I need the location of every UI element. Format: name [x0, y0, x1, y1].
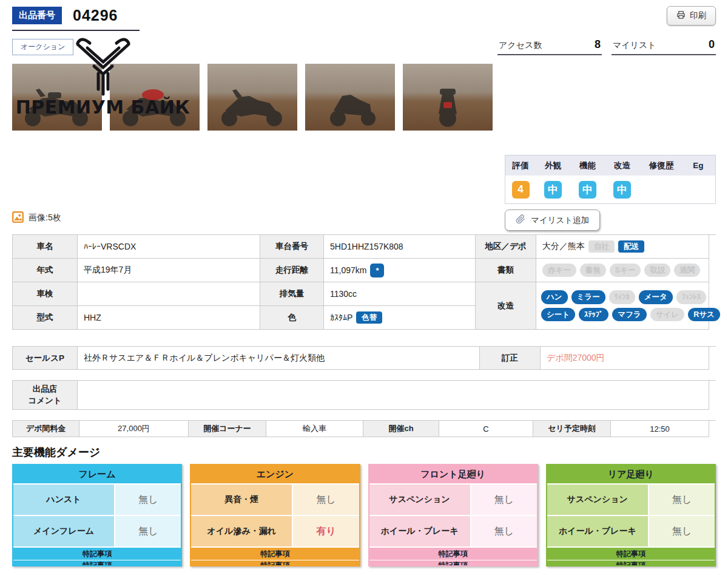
inspection-label: 車検 [13, 282, 78, 306]
access-count-label: アクセス数 [499, 40, 542, 51]
rear-notes-header: 特記事項 [547, 546, 715, 560]
delivery-badge: 配送 [618, 240, 644, 253]
mid-row: 画像:5枚 評価 外観 機能 改造 修復歴 Eg 4 中 中 中 [12, 155, 716, 231]
vehicle-name-value: ﾊｰﾚｰVRSCDX [78, 235, 260, 259]
image-count-label: 画像:5枚 [29, 213, 61, 223]
vehicle-photo-thumbnail[interactable] [110, 64, 200, 131]
rating-header-kaizo: 改造 [605, 160, 639, 171]
mod-meter-badge: メータ [639, 290, 673, 304]
mylist-count-label: マイリスト [613, 40, 656, 51]
damage-row: サスペンション 無し [369, 483, 537, 515]
damage-column-frame: フレーム ハンスト 無し メインフレーム 無し 特記事項 特記事項 [12, 464, 182, 566]
seller-comment-label-line2: コメント [28, 396, 61, 406]
engine-notes-header: 特記事項 [191, 546, 359, 560]
customs-badge: 通関 [674, 264, 700, 277]
frame-notes-header: 特記事項 [13, 546, 181, 560]
region-text: 大分／熊本 [542, 241, 585, 252]
rear-wheel-brake-label: ホイール・ブレーキ [547, 516, 649, 546]
frame-notes-header-clipped: 特記事項 [13, 560, 181, 565]
auction-schedule-table: デポ間料金 27,000円 開催コーナー 輸入車 開催ch C セリ予定時刻 1… [12, 420, 716, 437]
handle-stop-value: 無し [115, 485, 181, 515]
rear-suspension-value: 無し [649, 485, 715, 515]
corner-label: 開催コーナー [189, 421, 266, 437]
rating-panel: 評価 外観 機能 改造 修復歴 Eg 4 中 中 中 [505, 155, 716, 231]
auction-time-value: 12:50 [611, 421, 709, 437]
rating-header-kino: 機能 [570, 160, 605, 171]
depot-fee-value: 27,000円 [79, 421, 189, 437]
correction-label: 訂正 [480, 347, 541, 370]
depot-fee-label: デポ間料金 [13, 421, 79, 437]
damage-row: ホイール・ブレーキ 無し [369, 515, 537, 546]
mylist-add-label: マイリスト追加 [531, 215, 589, 226]
access-count-stat: アクセス数 8 [497, 38, 602, 55]
auction-type-tag[interactable]: オークション [12, 39, 73, 55]
lot-number-badge: 出品番号 [12, 7, 62, 24]
lot-number-value: 04296 [73, 7, 118, 24]
noise-smoke-value: 無し [293, 485, 359, 515]
mod-silencer-badge: サイレ [650, 308, 684, 322]
color-value: ｶｽﾀﾑP 色替 [324, 306, 476, 330]
rear-notes-header-clipped: 特記事項 [547, 560, 715, 565]
top-bar: 出品番号 04296 印刷 [12, 6, 716, 31]
rating-table-values: 4 中 中 中 [505, 175, 715, 203]
rating-header-shufukureki: 修復歴 [639, 160, 683, 171]
sales-point-label: セールスP [13, 347, 78, 370]
mileage-note-badge[interactable]: * [370, 264, 384, 277]
correction-value: デポ間27000円 [541, 347, 709, 370]
mod-handle-badge: ハン [541, 290, 568, 304]
channel-label: 開催ch [363, 421, 439, 437]
mileage-value: 11,097km * [324, 259, 476, 282]
mod-seat-badge: シート [541, 308, 575, 322]
print-button-label: 印刷 [690, 10, 706, 21]
region-depot-label: 地区／デポ [476, 235, 536, 259]
noise-smoke-label: 異音・煙 [191, 485, 293, 515]
mylist-add-button[interactable]: マイリスト追加 [505, 209, 600, 231]
rear-suspension-label: サスペンション [547, 485, 649, 515]
year-label: 年式 [13, 259, 78, 282]
damage-frame-title: フレーム [13, 465, 181, 483]
vehicle-photo-thumbnail[interactable] [207, 64, 297, 131]
mod-muffler-badge: マフラ [612, 308, 646, 322]
s-key-badge: Sキー [610, 264, 641, 277]
red-key-badge: 赤キー [542, 264, 576, 277]
modifications-row-2: シート ｽﾃｯﾌﾟ マフラ サイレ Rサス [541, 308, 720, 322]
modifications-value: ハン ミラー ｳｨﾝｶ メータ ﾌｪﾝﾚｽ シート ｽﾃｯﾌﾟ マフラ サイレ … [536, 282, 709, 330]
vehicle-name-label: 車名 [13, 235, 78, 259]
image-count: 画像:5枚 [12, 211, 61, 225]
front-notes-header-clipped: 特記事項 [369, 560, 537, 565]
mylist-count-value: 0 [709, 38, 715, 51]
mod-rear-sus-badge: Rサス [688, 308, 720, 322]
exterior-grade-badge: 中 [544, 181, 562, 199]
seller-comment-label-line1: 出品店 [33, 384, 58, 394]
color-text: ｶｽﾀﾑP [330, 313, 352, 322]
front-suspension-label: サスペンション [369, 485, 471, 515]
sales-point-table: セールスP 社外Ｒサスエア＆ＦＲホイル＆ブレンボキャリパー＆灯火類他 訂正 デポ… [12, 346, 716, 370]
lot-number-group: 出品番号 04296 [12, 6, 140, 31]
vehicle-photo-thumbnail[interactable] [403, 64, 493, 131]
print-button[interactable]: 印刷 [667, 6, 716, 26]
seller-comment-value [78, 381, 709, 410]
vehicle-photo-thumbnail[interactable] [12, 64, 102, 131]
rating-header-eg: Eg [683, 161, 713, 170]
mylist-count-stat: マイリスト 0 [612, 38, 716, 55]
color-change-badge: 色替 [356, 311, 382, 324]
vehicle-photo-thumbnail[interactable] [305, 64, 395, 131]
rating-table-header: 評価 外観 機能 改造 修復歴 Eg [505, 155, 715, 175]
sub-header-row: オークション アクセス数 8 マイリスト 0 [12, 38, 716, 55]
sales-point-value: 社外Ｒサスエア＆ＦＲホイル＆ブレンボキャリパー＆灯火類他 [78, 347, 480, 370]
photo-gallery: ПРЕМИУМ БАЙК [12, 64, 716, 131]
damage-row: 異音・煙 無し [191, 483, 359, 515]
rear-wheel-brake-value: 無し [649, 516, 715, 546]
rating-header-hyoka: 評価 [505, 160, 536, 171]
modification-grade-badge: 中 [613, 181, 631, 199]
front-notes-header: 特記事項 [369, 546, 537, 560]
no-papers-badge: 書無 [580, 264, 606, 277]
paperclip-icon [516, 214, 525, 226]
oil-leak-value: 有り [293, 516, 359, 546]
mod-step-badge: ｽﾃｯﾌﾟ [579, 308, 608, 322]
rating-table: 評価 外観 機能 改造 修復歴 Eg 4 中 中 中 [505, 155, 716, 204]
modifications-row-1: ハン ミラー ｳｨﾝｶ メータ ﾌｪﾝﾚｽ [541, 290, 706, 304]
engine-notes-header-clipped: 特記事項 [191, 560, 359, 565]
damage-row: オイル滲み・漏れ 有り [191, 515, 359, 546]
seller-comment-label: 出品店 コメント [13, 381, 78, 410]
